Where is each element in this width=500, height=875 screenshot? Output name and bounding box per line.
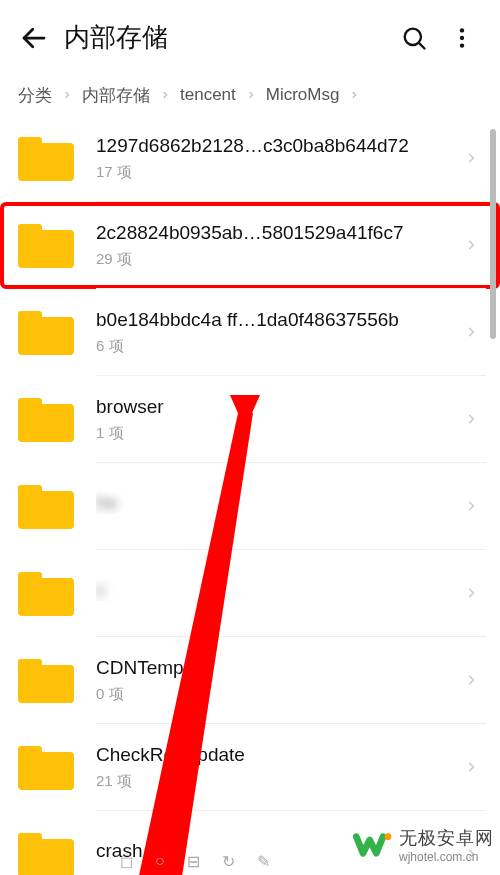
more-menu-button[interactable] [438,14,486,62]
folder-info: 1297d6862b2128…c3c0ba8b644d7217 项 [96,115,486,202]
chevron-right-icon [62,90,72,100]
folder-info: he [96,463,486,550]
svg-line-2 [419,42,425,48]
folder-row[interactable]: b0e184bbdc4a ff…1da0f48637556b6 项 [0,289,500,376]
folder-list: 1297d6862b2128…c3c0ba8b644d7217 项2c28824… [0,115,500,875]
folder-row[interactable]: 2c28824b0935ab…5801529a41f6c729 项 [0,202,500,289]
folder-subtitle: 17 项 [96,163,442,182]
folder-icon [18,572,74,616]
folder-icon [18,659,74,703]
folder-subtitle: 21 项 [96,772,442,791]
breadcrumb-item[interactable]: 分类 [18,84,52,107]
chevron-right-icon [160,90,170,100]
folder-name: c [96,579,442,601]
folder-icon [18,485,74,529]
editor-toolbar: ◻ ○ ⊟ ↻ ✎ [120,847,270,875]
folder-row[interactable]: browser1 项 [0,376,500,463]
folder-subtitle: 6 项 [96,337,442,356]
tool-icon: ◻ [120,852,133,871]
folder-name: 1297d6862b2128…c3c0ba8b644d72 [96,135,442,157]
folder-icon [18,833,74,876]
folder-name: b0e184bbdc4a ff…1da0f48637556b [96,309,442,331]
watermark-title: 无极安卓网 [399,826,494,850]
chevron-right-icon [464,148,478,168]
folder-row[interactable]: c [0,550,500,637]
arrow-left-icon [19,23,49,53]
folder-subtitle: 29 项 [96,250,442,269]
folder-row[interactable]: CDNTemp0 项 [0,637,500,724]
folder-info: CheckResUpdate21 项 [96,724,486,811]
folder-name: CheckResUpdate [96,744,442,766]
folder-name: CDNTemp [96,657,442,679]
folder-name: he [96,492,442,514]
folder-name: browser [96,396,442,418]
chevron-right-icon [349,90,359,100]
folder-icon [18,137,74,181]
breadcrumb-item[interactable]: 内部存储 [82,84,150,107]
folder-subtitle: 1 项 [96,424,442,443]
svg-point-3 [460,28,464,32]
search-icon [400,24,428,52]
tool-icon: ○ [155,852,165,870]
watermark-logo-icon [353,825,393,865]
chevron-right-icon [464,757,478,777]
chevron-right-icon [246,90,256,100]
scrollbar[interactable] [490,129,496,339]
folder-info: c [96,550,486,637]
folder-name: 2c28824b0935ab…5801529a41f6c7 [96,222,442,244]
svg-point-4 [460,35,464,39]
more-vertical-icon [449,25,475,51]
tool-icon: ⊟ [187,852,200,871]
folder-info: CDNTemp0 项 [96,637,486,724]
svg-point-5 [460,43,464,47]
tool-icon: ↻ [222,852,235,871]
folder-row[interactable]: he [0,463,500,550]
back-button[interactable] [10,14,58,62]
chevron-right-icon [464,322,478,342]
svg-point-8 [385,833,392,840]
folder-icon [18,224,74,268]
search-button[interactable] [390,14,438,62]
folder-info: 2c28824b0935ab…5801529a41f6c729 项 [96,202,486,289]
folder-icon [18,311,74,355]
tool-icon: ✎ [257,852,270,871]
chevron-right-icon [464,583,478,603]
breadcrumb-item[interactable]: tencent [180,85,236,105]
chevron-right-icon [464,496,478,516]
folder-icon [18,398,74,442]
folder-icon [18,746,74,790]
title-bar: 内部存储 [0,0,500,75]
folder-row[interactable]: CheckResUpdate21 项 [0,724,500,811]
folder-row[interactable]: 1297d6862b2128…c3c0ba8b644d7217 项 [0,115,500,202]
watermark: 无极安卓网 wjhotel.com.cn [353,825,494,865]
folder-subtitle: 0 项 [96,685,442,704]
chevron-right-icon [464,670,478,690]
folder-info: b0e184bbdc4a ff…1da0f48637556b6 项 [96,289,486,376]
watermark-url: wjhotel.com.cn [399,850,494,864]
folder-info: browser1 项 [96,376,486,463]
chevron-right-icon [464,409,478,429]
page-title: 内部存储 [64,20,390,55]
breadcrumb: 分类 内部存储 tencent MicroMsg [0,75,500,115]
chevron-right-icon [464,235,478,255]
breadcrumb-item[interactable]: MicroMsg [266,85,340,105]
